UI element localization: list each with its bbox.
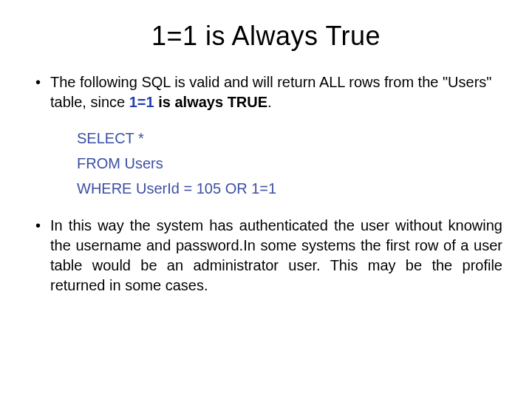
bullet-text: . <box>267 94 272 110</box>
emphasis-colored: 1=1 <box>129 94 154 110</box>
page-title: 1=1 is Always True <box>30 21 502 52</box>
sql-line: FROM Users <box>77 151 502 176</box>
bullet-item: In this way the system has authenticated… <box>30 216 502 296</box>
sql-line: SELECT * <box>77 126 502 151</box>
bullet-list: The following SQL is valid and will retu… <box>30 72 502 296</box>
sql-line: WHERE UserId = 105 OR 1=1 <box>77 176 502 201</box>
bullet-text: In this way the system has authenticated… <box>50 217 502 293</box>
emphasis-bold: is always TRUE <box>158 94 267 110</box>
sql-block: SELECT * FROM Users WHERE UserId = 105 O… <box>77 126 502 201</box>
bullet-item: The following SQL is valid and will retu… <box>30 72 502 201</box>
